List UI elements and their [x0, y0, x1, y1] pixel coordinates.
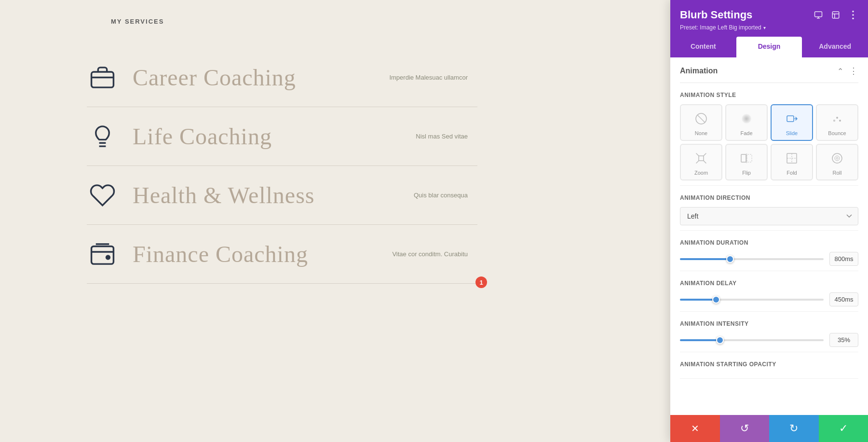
svg-point-10 — [852, 17, 854, 19]
animation-intensity-slider-row: 35% — [680, 333, 858, 347]
none-icon — [692, 110, 710, 127]
animation-delay-fill — [680, 299, 716, 301]
reset-button[interactable]: ↺ — [720, 415, 770, 442]
svg-point-26 — [836, 157, 838, 159]
list-item: Career Coaching Imperdie Malesuac ullamc… — [87, 48, 477, 107]
service-text-life: Nisl mas Sed vitae — [416, 132, 477, 141]
animation-duration-label: Animation Duration — [680, 239, 858, 246]
anim-style-zoom-label: Zoom — [694, 170, 708, 176]
animation-starting-opacity-label: Animation Starting Opacity — [680, 361, 858, 368]
briefcase-icon — [87, 62, 118, 93]
animation-delay-value[interactable]: 450ms — [829, 292, 858, 306]
animation-delay-field: Animation Delay 450ms — [680, 271, 858, 312]
animation-section-left: Animation — [680, 67, 718, 75]
svg-point-25 — [835, 156, 840, 161]
anim-style-fade[interactable]: Fade — [725, 104, 768, 141]
service-title-finance: Finance Coaching — [133, 241, 308, 267]
animation-delay-track[interactable] — [680, 299, 824, 301]
animation-style-label: Animation Style — [680, 92, 858, 98]
svg-point-13 — [742, 114, 751, 124]
panel-preset[interactable]: Preset: Image Left Big imported ▾ — [680, 24, 858, 31]
anim-style-none-label: None — [695, 130, 707, 136]
slide-icon — [783, 110, 800, 127]
list-item: Finance Coaching Vitae cor conditm. Cura… — [87, 225, 477, 284]
animation-duration-field: Animation Duration 800ms — [680, 231, 858, 271]
service-title-life: Life Coaching — [133, 123, 272, 150]
responsive-icon[interactable] — [813, 10, 824, 20]
svg-rect-19 — [699, 156, 704, 161]
animation-intensity-track[interactable] — [680, 339, 824, 341]
service-title-career: Career Coaching — [133, 64, 296, 91]
anim-style-fold[interactable]: Fold — [771, 144, 813, 180]
panel-tabs: Content Design Advanced — [670, 37, 868, 57]
chevron-down-icon: ▾ — [763, 25, 766, 30]
settings-panel: Blurb Settings — [670, 0, 868, 442]
wallet-icon — [87, 238, 118, 270]
anim-style-none[interactable]: None — [680, 104, 722, 141]
collapse-button[interactable]: ⌃ — [835, 66, 845, 76]
svg-rect-5 — [832, 12, 839, 18]
animation-duration-thumb[interactable] — [726, 255, 734, 263]
svg-point-9 — [852, 14, 854, 16]
anim-style-flip[interactable]: Flip — [725, 144, 768, 180]
svg-rect-0 — [92, 72, 114, 87]
svg-rect-20 — [741, 154, 746, 162]
animation-style-field: Animation Style None — [680, 83, 858, 186]
svg-point-3 — [107, 256, 110, 259]
anim-style-zoom[interactable]: Zoom — [680, 144, 722, 180]
more-options-icon[interactable] — [848, 10, 858, 20]
animation-duration-slider-row: 800ms — [680, 252, 858, 266]
anim-style-roll-label: Roll — [833, 170, 842, 176]
bounce-icon — [828, 110, 846, 127]
svg-rect-21 — [747, 154, 752, 162]
animation-delay-label: Animation Delay — [680, 280, 858, 287]
service-text-health: Quis blar consequa — [414, 191, 477, 200]
svg-rect-4 — [815, 12, 822, 17]
animation-section-header: Animation ⌃ ⋮ — [680, 57, 858, 83]
animation-intensity-value[interactable]: 35% — [829, 333, 858, 347]
animation-intensity-thumb[interactable] — [716, 336, 724, 344]
svg-point-24 — [832, 153, 842, 163]
tab-advanced[interactable]: Advanced — [802, 37, 868, 57]
cancel-button[interactable]: ✕ — [670, 415, 720, 442]
service-list: Career Coaching Imperdie Malesuac ullamc… — [87, 48, 477, 284]
panel-title: Blurb Settings — [680, 9, 752, 21]
save-button[interactable]: ✓ — [819, 415, 868, 442]
panel-body: Animation ⌃ ⋮ Animation Style None — [670, 57, 868, 415]
section-title: MY SERVICES — [111, 18, 164, 25]
reset-icon: ↺ — [740, 422, 749, 435]
svg-point-8 — [852, 11, 854, 13]
animation-direction-label: Animation Direction — [680, 194, 858, 201]
svg-point-18 — [834, 120, 835, 121]
service-text-finance: Vitae cor conditm. Curabitu — [392, 249, 477, 259]
anim-style-bounce-label: Bounce — [828, 130, 846, 136]
zoom-icon — [692, 150, 710, 167]
animation-delay-thumb[interactable] — [712, 296, 720, 304]
animation-section-controls: ⌃ ⋮ — [835, 66, 858, 76]
tab-content[interactable]: Content — [670, 37, 736, 57]
svg-rect-14 — [787, 116, 794, 122]
animation-intensity-label: Animation Intensity — [680, 320, 858, 327]
cancel-icon: ✕ — [691, 423, 699, 434]
panel-header-top: Blurb Settings — [680, 9, 858, 21]
panel-preset-text: Preset: Image Left Big imported — [680, 24, 761, 31]
animation-more-button[interactable]: ⋮ — [849, 66, 858, 76]
lightbulb-icon — [87, 121, 118, 152]
anim-style-bounce[interactable]: Bounce — [816, 104, 858, 141]
animation-style-grid: None F — [680, 104, 858, 180]
svg-point-17 — [839, 120, 841, 122]
undo-button[interactable]: ↻ — [769, 415, 819, 442]
tab-design[interactable]: Design — [736, 37, 802, 57]
animation-duration-track[interactable] — [680, 258, 824, 260]
animation-opacity-field: Animation Starting Opacity — [680, 352, 858, 379]
animation-direction-select[interactable]: Left Right Top Bottom — [680, 207, 858, 225]
layout-icon[interactable] — [830, 10, 841, 20]
anim-style-fade-label: Fade — [740, 130, 752, 136]
anim-style-slide[interactable]: Slide — [771, 104, 813, 141]
flip-icon — [738, 150, 755, 167]
heart-icon — [87, 180, 118, 211]
animation-duration-value[interactable]: 800ms — [829, 252, 858, 266]
panel-header-icons — [813, 10, 858, 20]
anim-style-roll[interactable]: Roll — [816, 144, 858, 180]
anim-style-flip-label: Flip — [742, 170, 751, 176]
